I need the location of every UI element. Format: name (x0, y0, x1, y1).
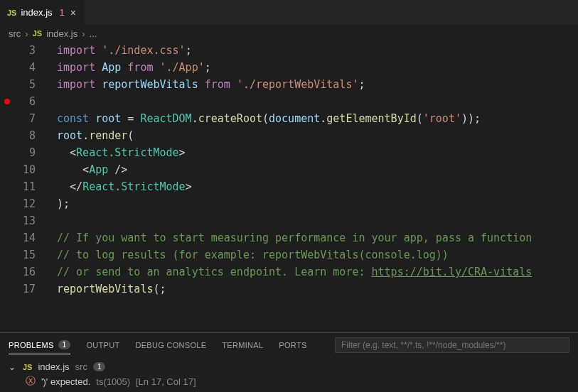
code-line[interactable]: <App /> (57, 161, 578, 178)
line-number: 4 (14, 59, 36, 76)
breadcrumb-segment-file[interactable]: index.js (46, 28, 77, 39)
code-line[interactable] (57, 212, 578, 229)
code-line[interactable]: // If you want to start measuring perfor… (57, 229, 578, 246)
chevron-down-icon[interactable]: ⌄ (9, 362, 17, 372)
code-content[interactable]: import './index.css';import App from './… (47, 42, 578, 332)
line-number: 8 (14, 127, 36, 144)
js-icon: JS (33, 29, 42, 38)
problems-list: ⌄ JS index.js src 1 ⓧ ')' expected. ts(1… (0, 357, 578, 392)
code-line[interactable]: // to log results (for example: reportWe… (57, 246, 578, 263)
code-line[interactable]: import './index.css'; (57, 42, 578, 59)
problem-item[interactable]: ⓧ ')' expected. ts(1005) [Ln 17, Col 17] (6, 374, 572, 389)
line-number-gutter: 34567891011121314151617 (14, 42, 47, 332)
problems-file-folder: src (75, 361, 87, 372)
problem-message: ')' expected. (41, 376, 90, 387)
problems-filter-input[interactable] (335, 337, 569, 353)
tab-problems-label: PROBLEMS (9, 341, 54, 349)
breakpoint-gutter[interactable] (0, 42, 14, 332)
code-editor[interactable]: 34567891011121314151617 import './index.… (0, 42, 578, 332)
code-line[interactable]: ); (57, 195, 578, 212)
line-number: 9 (14, 144, 36, 161)
line-number: 11 (14, 178, 36, 195)
line-number: 10 (14, 161, 36, 178)
tab-problem-count: 1 (60, 7, 65, 18)
bottom-panel: PROBLEMS 1 OUTPUT DEBUG CONSOLE TERMINAL… (0, 332, 578, 392)
editor-tab-index-js[interactable]: JS index.js 1 × (0, 0, 85, 25)
tab-output[interactable]: OUTPUT (86, 341, 119, 349)
line-number: 12 (14, 195, 36, 212)
problem-location: [Ln 17, Col 17] (136, 376, 196, 387)
chevron-right-icon: › (82, 28, 85, 39)
line-number: 15 (14, 246, 36, 263)
code-line[interactable]: import App from './App'; (57, 59, 578, 76)
js-icon: JS (7, 9, 16, 17)
line-number: 3 (14, 42, 36, 59)
tab-debug-console[interactable]: DEBUG CONSOLE (135, 341, 206, 349)
close-icon[interactable]: × (69, 6, 77, 20)
problems-count-badge: 1 (58, 340, 71, 349)
code-line[interactable]: <React.StrictMode> (57, 144, 578, 161)
editor-tab-bar: JS index.js 1 × (0, 0, 578, 25)
tab-ports[interactable]: PORTS (279, 341, 306, 349)
code-line[interactable]: reportWebVitals(; (57, 281, 578, 298)
code-line[interactable]: const root = ReactDOM.createRoot(documen… (57, 110, 578, 127)
code-line[interactable]: </React.StrictMode> (57, 178, 578, 195)
code-line[interactable] (57, 93, 578, 110)
line-number: 14 (14, 229, 36, 246)
js-icon: JS (23, 363, 32, 371)
line-number: 13 (14, 212, 36, 229)
panel-tab-bar: PROBLEMS 1 OUTPUT DEBUG CONSOLE TERMINAL… (0, 333, 578, 357)
error-icon: ⓧ (26, 375, 36, 388)
problems-file-name: index.js (38, 361, 69, 372)
line-number: 16 (14, 263, 36, 281)
problems-file-row[interactable]: ⌄ JS index.js src 1 (6, 360, 572, 374)
line-number: 17 (14, 281, 36, 298)
chevron-right-icon: › (25, 28, 28, 39)
code-line[interactable]: root.render( (57, 127, 578, 144)
tab-terminal[interactable]: TERMINAL (222, 341, 263, 349)
breadcrumb: src › JS index.js › ... (0, 25, 578, 42)
problem-code: ts(1005) (96, 376, 130, 387)
code-line[interactable]: // or send to an analytics endpoint. Lea… (57, 263, 578, 281)
line-number: 6 (14, 93, 36, 110)
line-number: 7 (14, 110, 36, 127)
line-number: 5 (14, 76, 36, 93)
tab-problems[interactable]: PROBLEMS 1 (9, 340, 70, 354)
breadcrumb-segment-symbol[interactable]: ... (90, 28, 97, 39)
code-line[interactable]: import reportWebVitals from './reportWeb… (57, 76, 578, 93)
breakpoint-icon[interactable] (4, 99, 10, 104)
tab-file-name: index.js (21, 7, 52, 18)
breadcrumb-segment-src[interactable]: src (9, 28, 21, 39)
problems-file-count-badge: 1 (93, 362, 106, 371)
